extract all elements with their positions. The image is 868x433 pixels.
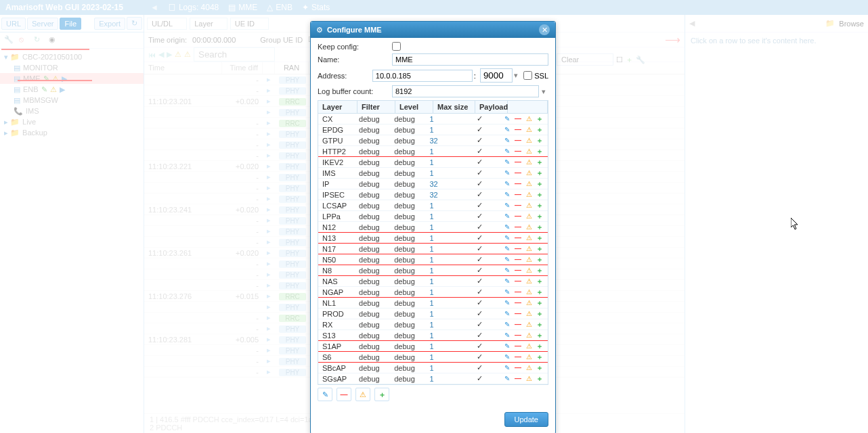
edit-icon[interactable]: ✎ — [503, 158, 511, 166]
warn-icon[interactable]: ⚠ — [525, 115, 533, 123]
payload-checkbox[interactable] — [477, 288, 483, 296]
add-icon[interactable]: ＋ — [536, 180, 544, 188]
remove-icon[interactable]: — — [514, 169, 522, 177]
edit-icon[interactable]: ✎ — [503, 353, 511, 361]
edit-icon[interactable]: ✎ — [503, 267, 511, 275]
cfg-row-gtpu[interactable]: GTPUdebugdebug32✎—⚠＋ — [318, 135, 548, 146]
port-input[interactable] — [480, 68, 513, 83]
edit-icon[interactable]: ✎ — [503, 115, 511, 123]
remove-icon[interactable]: — — [514, 299, 522, 307]
payload-checkbox[interactable] — [477, 114, 483, 122]
remove-icon[interactable]: — — [514, 245, 522, 253]
add-icon[interactable]: ＋ — [536, 158, 544, 166]
edit-icon[interactable]: ✎ — [503, 137, 511, 145]
edit-icon[interactable]: ✎ — [503, 126, 511, 134]
warn-icon[interactable]: ⚠ — [525, 158, 533, 166]
add-icon[interactable]: ＋ — [536, 256, 544, 264]
cfg-row-http2[interactable]: HTTP2debugdebug1✎—⚠＋ — [318, 146, 548, 157]
edit-icon[interactable]: ✎ — [503, 321, 511, 329]
remove-icon[interactable]: — — [514, 277, 522, 286]
cfg-row-ipsec[interactable]: IPSECdebugdebug32✎—⚠＋ — [318, 189, 548, 200]
address-input[interactable] — [372, 70, 473, 82]
edit-icon[interactable]: ✎ — [503, 299, 511, 307]
add-icon[interactable]: ＋ — [536, 234, 544, 242]
edit-icon[interactable]: ✎ — [503, 191, 511, 199]
warn-icon[interactable]: ⚠ — [525, 223, 533, 231]
warn-icon[interactable]: ⚠ — [525, 299, 533, 307]
remove-icon[interactable]: — — [514, 234, 522, 242]
warn-icon[interactable]: ⚠ — [525, 364, 533, 372]
payload-checkbox[interactable] — [477, 266, 483, 274]
add-icon[interactable]: ＋ — [536, 223, 544, 231]
payload-checkbox[interactable] — [477, 309, 483, 317]
remove-icon[interactable]: — — [514, 115, 522, 123]
edit-icon[interactable]: ✎ — [503, 234, 511, 242]
warn-icon[interactable]: ⚠ — [525, 212, 533, 221]
hdr-filter[interactable]: Filter — [357, 101, 395, 113]
add-icon[interactable]: ＋ — [536, 147, 544, 156]
add-icon[interactable]: ＋ — [536, 137, 544, 145]
payload-checkbox[interactable] — [477, 212, 483, 220]
edit-icon[interactable]: ✎ — [503, 223, 511, 231]
warn-icon[interactable]: ⚠ — [525, 310, 533, 318]
warn-icon[interactable]: ⚠ — [525, 277, 533, 286]
remove-all-button[interactable]: — — [337, 388, 351, 401]
edit-icon[interactable]: ✎ — [503, 212, 511, 221]
cfg-row-ikev2[interactable]: IKEV2debugdebug1✎—⚠＋ — [318, 157, 548, 168]
cfg-row-sbcap[interactable]: SBcAPdebugdebug1✎—⚠＋ — [318, 363, 548, 373]
warn-all-button[interactable]: ⚠ — [355, 388, 370, 401]
cfg-row-epdg[interactable]: EPDGdebugdebug1✎—⚠＋ — [318, 124, 548, 135]
cfg-row-lppa[interactable]: LPPadebugdebug1✎—⚠＋ — [318, 211, 548, 222]
cfg-row-cx[interactable]: CXdebugdebug1✎—⚠＋ — [318, 114, 548, 124]
payload-checkbox[interactable] — [477, 331, 483, 339]
cfg-row-ip[interactable]: IPdebugdebug32✎—⚠＋ — [318, 179, 548, 189]
add-icon[interactable]: ＋ — [536, 288, 544, 296]
cfg-row-sgsap[interactable]: SGsAPdebugdebug1✎—⚠＋ — [318, 373, 548, 384]
payload-checkbox[interactable] — [477, 298, 483, 306]
warn-icon[interactable]: ⚠ — [525, 180, 533, 188]
cfg-row-lcsap[interactable]: LCSAPdebugdebug1✎—⚠＋ — [318, 200, 548, 211]
cfg-row-ngap[interactable]: NGAPdebugdebug1✎—⚠＋ — [318, 287, 548, 298]
payload-checkbox[interactable] — [477, 320, 483, 328]
add-icon[interactable]: ＋ — [536, 191, 544, 199]
remove-icon[interactable]: — — [514, 364, 522, 372]
edit-icon[interactable]: ✎ — [503, 202, 511, 210]
add-icon[interactable]: ＋ — [536, 299, 544, 307]
payload-checkbox[interactable] — [477, 255, 483, 263]
update-button[interactable]: Update — [504, 412, 548, 427]
warn-icon[interactable]: ⚠ — [525, 202, 533, 210]
cfg-row-nl1[interactable]: NL1debugdebug1✎—⚠＋ — [318, 298, 548, 309]
keep-config-checkbox[interactable] — [392, 42, 401, 51]
payload-checkbox[interactable] — [477, 233, 483, 242]
edit-icon[interactable]: ✎ — [503, 332, 511, 340]
warn-icon[interactable]: ⚠ — [525, 342, 533, 350]
remove-icon[interactable]: — — [514, 310, 522, 318]
add-icon[interactable]: ＋ — [536, 321, 544, 329]
add-icon[interactable]: ＋ — [536, 126, 544, 134]
cfg-row-n50[interactable]: N50debugdebug1✎—⚠＋ — [318, 254, 548, 265]
warn-icon[interactable]: ⚠ — [525, 191, 533, 199]
cfg-row-rx[interactable]: RXdebugdebug1✎—⚠＋ — [318, 319, 548, 330]
add-icon[interactable]: ＋ — [536, 267, 544, 275]
edit-icon[interactable]: ✎ — [503, 342, 511, 350]
remove-icon[interactable]: — — [514, 202, 522, 210]
warn-icon[interactable]: ⚠ — [525, 234, 533, 242]
remove-icon[interactable]: — — [514, 342, 522, 350]
cfg-row-ims[interactable]: IMSdebugdebug1✎—⚠＋ — [318, 168, 548, 179]
remove-icon[interactable]: — — [514, 126, 522, 134]
warn-icon[interactable]: ⚠ — [525, 137, 533, 145]
edit-icon[interactable]: ✎ — [503, 180, 511, 188]
warn-icon[interactable]: ⚠ — [525, 245, 533, 253]
add-icon[interactable]: ＋ — [536, 353, 544, 361]
payload-checkbox[interactable] — [477, 179, 483, 187]
cfg-row-s1ap[interactable]: S1APdebugdebug1✎—⚠＋ — [318, 341, 548, 352]
warn-icon[interactable]: ⚠ — [525, 332, 533, 340]
add-icon[interactable]: ＋ — [536, 332, 544, 340]
payload-checkbox[interactable] — [477, 168, 483, 177]
remove-icon[interactable]: — — [514, 191, 522, 199]
payload-checkbox[interactable] — [477, 125, 483, 133]
payload-checkbox[interactable] — [477, 158, 483, 166]
close-icon[interactable]: ✕ — [539, 24, 550, 35]
warn-icon[interactable]: ⚠ — [525, 321, 533, 329]
cfg-row-nas[interactable]: NASdebugdebug1✎—⚠＋ — [318, 276, 548, 287]
